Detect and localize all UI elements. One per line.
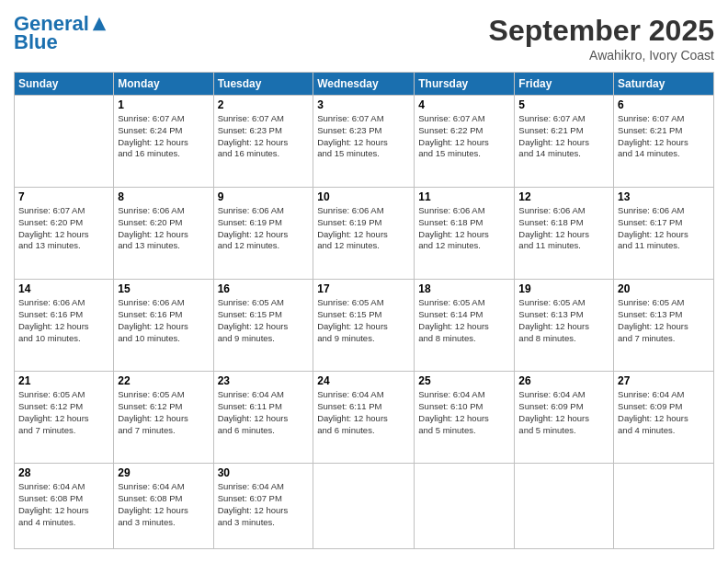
day-info: Sunrise: 6:07 AM Sunset: 6:21 PM Dayligh… bbox=[618, 113, 710, 160]
table-row: 5Sunrise: 6:07 AM Sunset: 6:21 PM Daylig… bbox=[515, 96, 614, 188]
col-saturday: Saturday bbox=[614, 73, 714, 96]
day-number: 7 bbox=[18, 190, 109, 203]
day-number: 8 bbox=[118, 190, 209, 203]
day-number: 14 bbox=[18, 282, 109, 295]
location: Awahikro, Ivory Coast bbox=[489, 48, 714, 63]
day-info: Sunrise: 6:04 AM Sunset: 6:08 PM Dayligh… bbox=[118, 481, 209, 528]
day-number: 29 bbox=[118, 466, 209, 479]
table-row bbox=[614, 464, 714, 549]
calendar-header-row: Sunday Monday Tuesday Wednesday Thursday… bbox=[15, 73, 714, 96]
table-row: 6Sunrise: 6:07 AM Sunset: 6:21 PM Daylig… bbox=[614, 96, 714, 188]
logo-icon bbox=[91, 16, 108, 32]
day-number: 21 bbox=[18, 374, 109, 387]
table-row: 17Sunrise: 6:05 AM Sunset: 6:15 PM Dayli… bbox=[313, 280, 415, 372]
day-number: 22 bbox=[118, 374, 209, 387]
table-row: 13Sunrise: 6:06 AM Sunset: 6:17 PM Dayli… bbox=[614, 188, 714, 280]
header: General Blue September 2025 Awahikro, Iv… bbox=[14, 14, 714, 63]
day-info: Sunrise: 6:04 AM Sunset: 6:08 PM Dayligh… bbox=[18, 481, 109, 528]
table-row: 10Sunrise: 6:06 AM Sunset: 6:19 PM Dayli… bbox=[313, 188, 415, 280]
col-monday: Monday bbox=[114, 73, 213, 96]
table-row bbox=[15, 96, 114, 188]
col-wednesday: Wednesday bbox=[313, 73, 415, 96]
day-number: 30 bbox=[218, 466, 310, 479]
day-number: 18 bbox=[418, 282, 510, 295]
col-sunday: Sunday bbox=[15, 73, 114, 96]
day-info: Sunrise: 6:04 AM Sunset: 6:11 PM Dayligh… bbox=[317, 389, 410, 436]
col-thursday: Thursday bbox=[415, 73, 515, 96]
calendar-week-row: 1Sunrise: 6:07 AM Sunset: 6:24 PM Daylig… bbox=[15, 96, 714, 188]
day-info: Sunrise: 6:05 AM Sunset: 6:15 PM Dayligh… bbox=[317, 297, 410, 344]
table-row: 28Sunrise: 6:04 AM Sunset: 6:08 PM Dayli… bbox=[15, 464, 114, 549]
day-number: 17 bbox=[317, 282, 410, 295]
day-info: Sunrise: 6:06 AM Sunset: 6:20 PM Dayligh… bbox=[118, 205, 209, 252]
table-row: 27Sunrise: 6:04 AM Sunset: 6:09 PM Dayli… bbox=[614, 372, 714, 464]
day-info: Sunrise: 6:06 AM Sunset: 6:16 PM Dayligh… bbox=[18, 297, 109, 344]
day-number: 11 bbox=[418, 190, 510, 203]
title-block: September 2025 Awahikro, Ivory Coast bbox=[489, 14, 714, 63]
table-row: 23Sunrise: 6:04 AM Sunset: 6:11 PM Dayli… bbox=[213, 372, 313, 464]
day-number: 20 bbox=[618, 282, 710, 295]
day-info: Sunrise: 6:07 AM Sunset: 6:23 PM Dayligh… bbox=[317, 113, 410, 160]
calendar-week-row: 7Sunrise: 6:07 AM Sunset: 6:20 PM Daylig… bbox=[15, 188, 714, 280]
day-number: 26 bbox=[518, 374, 609, 387]
table-row: 3Sunrise: 6:07 AM Sunset: 6:23 PM Daylig… bbox=[313, 96, 415, 188]
day-info: Sunrise: 6:06 AM Sunset: 6:17 PM Dayligh… bbox=[618, 205, 710, 252]
day-number: 2 bbox=[218, 98, 310, 111]
day-info: Sunrise: 6:06 AM Sunset: 6:18 PM Dayligh… bbox=[418, 205, 510, 252]
table-row: 8Sunrise: 6:06 AM Sunset: 6:20 PM Daylig… bbox=[114, 188, 213, 280]
day-number: 10 bbox=[317, 190, 410, 203]
table-row: 15Sunrise: 6:06 AM Sunset: 6:16 PM Dayli… bbox=[114, 280, 213, 372]
day-info: Sunrise: 6:06 AM Sunset: 6:18 PM Dayligh… bbox=[518, 205, 609, 252]
day-number: 15 bbox=[118, 282, 209, 295]
day-number: 13 bbox=[618, 190, 710, 203]
day-info: Sunrise: 6:05 AM Sunset: 6:15 PM Dayligh… bbox=[218, 297, 310, 344]
day-number: 24 bbox=[317, 374, 410, 387]
table-row: 30Sunrise: 6:04 AM Sunset: 6:07 PM Dayli… bbox=[213, 464, 313, 549]
page: General Blue September 2025 Awahikro, Iv… bbox=[0, 0, 728, 563]
day-info: Sunrise: 6:07 AM Sunset: 6:24 PM Dayligh… bbox=[118, 113, 209, 160]
day-info: Sunrise: 6:04 AM Sunset: 6:09 PM Dayligh… bbox=[518, 389, 609, 436]
day-info: Sunrise: 6:05 AM Sunset: 6:14 PM Dayligh… bbox=[418, 297, 510, 344]
table-row: 12Sunrise: 6:06 AM Sunset: 6:18 PM Dayli… bbox=[515, 188, 614, 280]
day-number: 19 bbox=[518, 282, 609, 295]
month-title: September 2025 bbox=[489, 14, 714, 48]
day-info: Sunrise: 6:07 AM Sunset: 6:20 PM Dayligh… bbox=[18, 205, 109, 252]
table-row: 1Sunrise: 6:07 AM Sunset: 6:24 PM Daylig… bbox=[114, 96, 213, 188]
col-tuesday: Tuesday bbox=[213, 73, 313, 96]
logo-blue: Blue bbox=[14, 30, 58, 54]
table-row bbox=[415, 464, 515, 549]
day-number: 1 bbox=[118, 98, 209, 111]
calendar-week-row: 14Sunrise: 6:06 AM Sunset: 6:16 PM Dayli… bbox=[15, 280, 714, 372]
day-number: 23 bbox=[218, 374, 310, 387]
day-number: 27 bbox=[618, 374, 710, 387]
day-number: 3 bbox=[317, 98, 410, 111]
day-number: 6 bbox=[618, 98, 710, 111]
table-row: 21Sunrise: 6:05 AM Sunset: 6:12 PM Dayli… bbox=[15, 372, 114, 464]
day-info: Sunrise: 6:07 AM Sunset: 6:22 PM Dayligh… bbox=[418, 113, 510, 160]
svg-marker-0 bbox=[93, 17, 106, 30]
day-info: Sunrise: 6:05 AM Sunset: 6:12 PM Dayligh… bbox=[18, 389, 109, 436]
day-info: Sunrise: 6:07 AM Sunset: 6:21 PM Dayligh… bbox=[518, 113, 609, 160]
table-row: 7Sunrise: 6:07 AM Sunset: 6:20 PM Daylig… bbox=[15, 188, 114, 280]
table-row: 11Sunrise: 6:06 AM Sunset: 6:18 PM Dayli… bbox=[415, 188, 515, 280]
table-row: 18Sunrise: 6:05 AM Sunset: 6:14 PM Dayli… bbox=[415, 280, 515, 372]
calendar-table: Sunday Monday Tuesday Wednesday Thursday… bbox=[14, 72, 714, 549]
table-row: 2Sunrise: 6:07 AM Sunset: 6:23 PM Daylig… bbox=[213, 96, 313, 188]
logo: General Blue bbox=[14, 14, 108, 54]
table-row: 20Sunrise: 6:05 AM Sunset: 6:13 PM Dayli… bbox=[614, 280, 714, 372]
table-row: 14Sunrise: 6:06 AM Sunset: 6:16 PM Dayli… bbox=[15, 280, 114, 372]
day-info: Sunrise: 6:06 AM Sunset: 6:16 PM Dayligh… bbox=[118, 297, 209, 344]
table-row: 4Sunrise: 6:07 AM Sunset: 6:22 PM Daylig… bbox=[415, 96, 515, 188]
table-row: 16Sunrise: 6:05 AM Sunset: 6:15 PM Dayli… bbox=[213, 280, 313, 372]
day-info: Sunrise: 6:06 AM Sunset: 6:19 PM Dayligh… bbox=[218, 205, 310, 252]
day-info: Sunrise: 6:04 AM Sunset: 6:07 PM Dayligh… bbox=[218, 481, 310, 528]
table-row: 22Sunrise: 6:05 AM Sunset: 6:12 PM Dayli… bbox=[114, 372, 213, 464]
table-row bbox=[515, 464, 614, 549]
day-number: 9 bbox=[218, 190, 310, 203]
table-row: 19Sunrise: 6:05 AM Sunset: 6:13 PM Dayli… bbox=[515, 280, 614, 372]
day-number: 5 bbox=[518, 98, 609, 111]
day-info: Sunrise: 6:05 AM Sunset: 6:13 PM Dayligh… bbox=[618, 297, 710, 344]
day-number: 16 bbox=[218, 282, 310, 295]
day-info: Sunrise: 6:05 AM Sunset: 6:13 PM Dayligh… bbox=[518, 297, 609, 344]
day-number: 28 bbox=[18, 466, 109, 479]
